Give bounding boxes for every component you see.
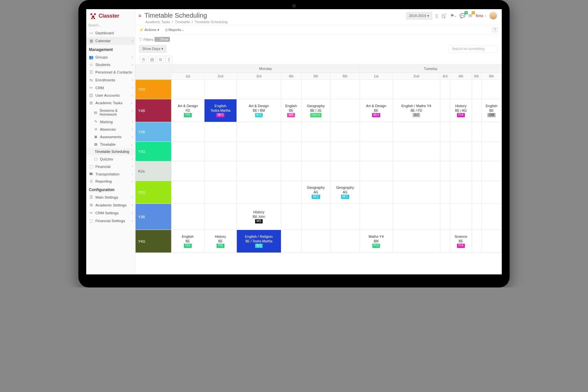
empty-slot[interactable] <box>331 161 360 181</box>
chat-icon[interactable]: 💬3 <box>460 13 465 18</box>
sidebar-item-academicsettings[interactable]: ⚙Academic Settings‹ <box>86 201 135 209</box>
empty-slot[interactable] <box>172 181 204 204</box>
empty-slot[interactable] <box>281 122 301 142</box>
empty-slot[interactable] <box>472 204 482 230</box>
empty-slot[interactable] <box>281 204 301 230</box>
actions-dropdown[interactable]: ⚡ Actions ▾ <box>139 28 159 32</box>
lesson-slot[interactable]: Art & DesignFDPr5 <box>172 99 204 122</box>
empty-slot[interactable] <box>237 142 281 161</box>
empty-slot[interactable] <box>472 80 482 99</box>
empty-slot[interactable] <box>360 161 393 181</box>
empty-slot[interactable] <box>440 230 450 253</box>
empty-slot[interactable] <box>440 122 450 142</box>
beta-label[interactable]: Beta ▾ <box>476 14 486 18</box>
class-row-label[interactable]: Y2O <box>136 80 172 99</box>
sidebar-item-personnel[interactable]: ☷Personnel & Contacts‹ <box>86 68 135 76</box>
sidebar-item-dashboard[interactable]: ▭Dashboard <box>86 29 135 37</box>
class-row-label[interactable]: Y2B <box>136 122 172 142</box>
empty-slot[interactable] <box>301 230 331 253</box>
empty-slot[interactable] <box>301 204 331 230</box>
export-pdf-button[interactable]: ▯ <box>165 56 172 63</box>
empty-slot[interactable] <box>393 122 440 142</box>
lesson-slot[interactable]: Art & DesignBEMr3 <box>360 99 393 122</box>
sidebar-item-financialsettings[interactable]: ⬚Financial Settings‹ <box>86 217 135 225</box>
empty-slot[interactable] <box>301 80 331 99</box>
breadcrumb-item[interactable]: Timetable <box>175 20 190 24</box>
sidebar-item-crmsettings[interactable]: ✂CRM Settings‹ <box>86 209 135 217</box>
empty-slot[interactable] <box>204 181 237 204</box>
lesson-slot[interactable]: HistoryBE / AGPr4 <box>450 99 472 122</box>
empty-slot[interactable] <box>482 204 502 230</box>
empty-slot[interactable] <box>472 99 482 122</box>
empty-slot[interactable] <box>450 80 472 99</box>
lesson-slot[interactable]: GeographyAGMr1 <box>301 181 331 204</box>
sidebar-item-assessments[interactable]: ▣Assessments‹ <box>86 133 135 140</box>
empty-slot[interactable] <box>281 142 301 161</box>
empty-slot[interactable] <box>331 230 360 253</box>
year-selector[interactable]: 2018-2019▾ <box>406 12 433 20</box>
empty-slot[interactable] <box>472 181 482 204</box>
empty-slot[interactable] <box>301 122 331 142</box>
sidebar-item-mainsettings[interactable]: ☰Main Settings‹ <box>86 193 135 201</box>
empty-slot[interactable] <box>281 181 301 204</box>
lesson-slot[interactable]: HistoryBEPr5 <box>204 230 237 253</box>
filters-show-toggle[interactable]: ⛶ Show <box>155 37 170 42</box>
sidebar-item-calendar[interactable]: ▦Calendar‹ <box>86 37 135 45</box>
empty-slot[interactable] <box>450 122 472 142</box>
showdays-dropdown[interactable]: Show Days ▾ <box>139 45 166 53</box>
empty-slot[interactable] <box>440 161 450 181</box>
sidebar-item-timetable[interactable]: ▦Timetable⌄ <box>86 140 135 148</box>
sidebar-search[interactable]: Search... <box>86 22 135 29</box>
empty-slot[interactable] <box>472 161 482 181</box>
empty-slot[interactable] <box>204 122 237 142</box>
empty-slot[interactable] <box>331 122 360 142</box>
sidebar-item-crm[interactable]: ✂CRM‹ <box>86 84 135 92</box>
empty-slot[interactable] <box>393 161 440 181</box>
empty-slot[interactable] <box>204 161 237 181</box>
empty-slot[interactable] <box>393 204 440 230</box>
empty-slot[interactable] <box>204 80 237 99</box>
lesson-slot[interactable]: Art & DesignBE / BMKr1 <box>237 99 281 122</box>
empty-slot[interactable] <box>301 142 331 161</box>
empty-slot[interactable] <box>482 142 502 161</box>
sidebar-item-groups[interactable]: 👥Groups‹ <box>86 53 135 61</box>
reports-dropdown[interactable]: ⎙ Reports ▾ <box>165 28 185 32</box>
sidebar-item-reporting[interactable]: ⎙Reporting‹ <box>86 178 135 185</box>
empty-slot[interactable] <box>331 99 360 122</box>
sidebar-item-useraccounts[interactable]: ⚿User Accounts‹ <box>86 92 135 99</box>
empty-slot[interactable] <box>360 204 393 230</box>
empty-slot[interactable] <box>360 80 393 99</box>
empty-slot[interactable] <box>482 122 502 142</box>
lesson-slot[interactable]: EnglishBEWK <box>281 99 301 122</box>
sidebar-item-sessions[interactable]: ▤Sessions & Homework‹ <box>86 107 135 118</box>
empty-slot[interactable] <box>360 181 393 204</box>
empty-slot[interactable] <box>472 122 482 142</box>
filter-icon[interactable]: ▽ <box>139 37 142 42</box>
lesson-slot[interactable]: EnglishBEPr5 <box>172 230 204 253</box>
empty-slot[interactable] <box>172 122 204 142</box>
empty-slot[interactable] <box>482 80 502 99</box>
sidebar-item-financial[interactable]: ⬚Financial‹ <box>86 163 135 171</box>
empty-slot[interactable] <box>204 142 237 161</box>
empty-slot[interactable] <box>301 161 331 181</box>
breadcrumb-item[interactable]: Academic Tasks <box>145 20 170 24</box>
empty-slot[interactable] <box>172 204 204 230</box>
lesson-slot[interactable]: EnglishBEGM <box>482 99 502 122</box>
class-row-label[interactable]: K2a <box>136 161 172 181</box>
class-row-label[interactable]: Y4B <box>136 99 172 122</box>
empty-slot[interactable] <box>237 161 281 181</box>
empty-slot[interactable] <box>204 204 237 230</box>
lesson-slot[interactable]: HistoryBill JohnMS <box>237 204 281 230</box>
empty-slot[interactable] <box>237 181 281 204</box>
empty-slot[interactable] <box>331 80 360 99</box>
menu-toggle-icon[interactable]: ≡ <box>139 12 141 18</box>
empty-slot[interactable] <box>450 181 472 204</box>
empty-slot[interactable] <box>281 230 301 253</box>
empty-slot[interactable] <box>172 142 204 161</box>
sidebar-item-enrollments[interactable]: ⇆Enrollments‹ <box>86 76 135 84</box>
empty-slot[interactable] <box>237 122 281 142</box>
lesson-slot[interactable]: English / Maths Y4BE / FDSr2 <box>393 99 440 122</box>
class-row-label[interactable]: Y3B <box>136 204 172 230</box>
sidebar-item-transportation[interactable]: ⛟Transportation‹ <box>86 171 135 178</box>
sidebar-item-timetable-scheduling[interactable]: Timetable Scheduling <box>86 148 135 155</box>
